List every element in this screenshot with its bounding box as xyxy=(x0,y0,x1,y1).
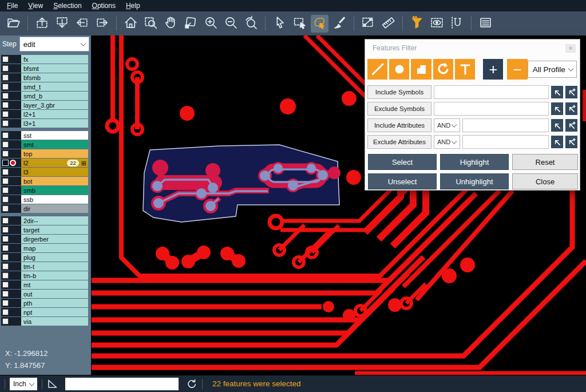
layer-row-layer_3.gbr[interactable]: layer_3.gbr xyxy=(1,101,91,109)
layer-name[interactable]: fx xyxy=(21,55,88,64)
close-button[interactable]: Close xyxy=(512,173,578,189)
menu-item-help[interactable]: Help xyxy=(121,1,146,11)
layer-visibility-checkbox[interactable] xyxy=(2,300,9,306)
grid-icon[interactable]: ⊞ xyxy=(81,160,86,167)
profile-select[interactable]: All Profile xyxy=(528,61,577,78)
layer-name[interactable]: layer_3.gbr xyxy=(21,101,88,109)
layer-name[interactable]: ssb xyxy=(21,195,88,204)
include-symbols-pick-button[interactable] xyxy=(551,86,563,98)
measure-ruler-button[interactable] xyxy=(379,15,397,33)
layer-row-pth[interactable]: pth xyxy=(1,299,91,307)
layer-visibility-checkbox[interactable] xyxy=(2,151,9,157)
layer-visibility-checkbox[interactable] xyxy=(2,141,9,148)
layer-name[interactable]: via xyxy=(21,317,88,326)
layer-name[interactable]: dir xyxy=(21,204,88,213)
layer-name[interactable]: out xyxy=(21,290,88,298)
layer-visibility-checkbox[interactable] xyxy=(2,56,9,62)
layer-row-bot[interactable]: bot xyxy=(1,177,91,185)
layer-visibility-checkbox[interactable] xyxy=(2,120,9,126)
include-symbols-button[interactable]: Include Symbols xyxy=(367,85,431,99)
layer-row-l3+1[interactable]: l3+1 xyxy=(1,119,91,128)
layer-visibility-checkbox[interactable] xyxy=(2,111,9,117)
layer-visibility-checkbox[interactable] xyxy=(2,74,9,81)
line-feature-type-button[interactable] xyxy=(367,59,387,80)
refresh-icon[interactable] xyxy=(186,378,197,390)
dialog-title-bar[interactable]: Features Filter × xyxy=(365,39,580,56)
layer-visibility-checkbox[interactable] xyxy=(2,84,9,90)
layer-row-map[interactable]: map xyxy=(1,244,91,252)
include-attributes-operator-select[interactable]: AND xyxy=(434,118,460,132)
menu-item-file[interactable]: File xyxy=(2,1,23,11)
layer-row-2dir--[interactable]: 2dir-- xyxy=(1,216,91,225)
layer-name[interactable]: smd_t xyxy=(21,82,88,91)
layer-row-l3[interactable]: l3 xyxy=(1,168,91,176)
reset-button[interactable]: Reset xyxy=(512,154,578,170)
layer-row-sst[interactable]: sst xyxy=(1,131,91,140)
exclude-attributes-operator-select[interactable]: AND xyxy=(434,135,460,149)
pad-feature-type-button[interactable] xyxy=(389,59,409,80)
pan-up-button[interactable] xyxy=(33,15,51,33)
layer-visibility-checkbox[interactable] xyxy=(2,282,9,288)
zoom-in-button[interactable] xyxy=(202,15,220,33)
layer-row-dirgerber[interactable]: dirgerber xyxy=(1,235,91,243)
include-attributes-pick-button[interactable] xyxy=(551,119,563,132)
menu-item-options[interactable]: Options xyxy=(88,1,121,11)
layer-row-fx[interactable]: fx xyxy=(1,55,91,64)
layer-name[interactable]: l3 xyxy=(21,168,88,176)
layer-name[interactable]: target xyxy=(21,225,88,234)
zoom-object-button[interactable] xyxy=(182,15,200,33)
layer-name[interactable]: sst xyxy=(21,131,88,140)
set-square-icon[interactable] xyxy=(47,378,58,390)
layer-row-l2+1[interactable]: l2+1 xyxy=(1,110,91,118)
layer-row-top[interactable]: top xyxy=(1,149,91,158)
layer-visibility-checkbox[interactable] xyxy=(2,187,9,193)
layer-row-target[interactable]: target xyxy=(1,225,91,234)
layer-name[interactable]: 2dir-- xyxy=(21,216,88,225)
menu-item-view[interactable]: View xyxy=(23,1,49,11)
pan-left-button[interactable] xyxy=(73,15,91,33)
include-attributes-input[interactable] xyxy=(462,118,549,132)
layer-row-out[interactable]: out xyxy=(1,290,91,298)
command-input[interactable] xyxy=(65,378,179,390)
layer-row-ssb[interactable]: ssb xyxy=(1,195,91,204)
layer-name[interactable]: plug xyxy=(21,253,88,262)
layer-name[interactable]: bfsmb xyxy=(21,73,88,82)
layer-visibility-checkbox[interactable] xyxy=(2,254,9,260)
include-symbols-pick-add-button[interactable] xyxy=(565,86,577,98)
pan-down-button[interactable] xyxy=(53,15,71,33)
select-rectangle-button[interactable] xyxy=(291,15,308,33)
layer-name[interactable]: smb xyxy=(21,186,88,195)
layer-name[interactable]: dirgerber xyxy=(21,235,88,243)
exclude-attributes-button[interactable]: Exclude Attributes xyxy=(367,135,431,149)
open-file-button[interactable] xyxy=(5,15,22,33)
select-button[interactable]: Select xyxy=(368,154,437,170)
select-polygon-button[interactable] xyxy=(311,15,328,33)
exclude-attributes-pick-add-button[interactable] xyxy=(565,136,577,148)
layer-name[interactable]: bfsmt xyxy=(21,64,88,73)
layer-name[interactable]: mt xyxy=(21,280,88,289)
menu-item-selection[interactable]: Selection xyxy=(49,1,87,11)
exclude-symbols-input[interactable] xyxy=(434,102,549,116)
layer-visibility-checkbox[interactable] xyxy=(2,291,9,297)
step-select[interactable]: edit xyxy=(19,37,89,52)
layer-name[interactable]: smt xyxy=(21,140,88,149)
layer-visibility-checkbox[interactable] xyxy=(2,93,9,99)
layer-visibility-checkbox[interactable] xyxy=(2,196,9,203)
units-select[interactable]: Inch xyxy=(10,378,37,390)
layer-visibility-checkbox[interactable] xyxy=(2,65,9,72)
exclude-symbols-pick-add-button[interactable] xyxy=(565,102,577,115)
include-attributes-pick-add-button[interactable] xyxy=(565,119,577,132)
include-symbols-input[interactable] xyxy=(434,85,549,99)
layer-name[interactable]: npt xyxy=(21,308,88,316)
layer-row-smb[interactable]: smb xyxy=(1,186,91,195)
layer-row-tm-t[interactable]: tm-t xyxy=(1,262,91,271)
layer-name[interactable]: map xyxy=(21,244,88,252)
exclude-attributes-input[interactable] xyxy=(462,135,549,149)
zoom-out-button[interactable] xyxy=(222,15,240,33)
layer-row-smt[interactable]: smt xyxy=(1,140,91,149)
select-cursor-button[interactable] xyxy=(271,15,288,33)
measure-distance-button[interactable] xyxy=(359,15,377,33)
remove-filter-button[interactable]: − xyxy=(507,59,527,80)
exclude-attributes-pick-button[interactable] xyxy=(551,136,563,148)
layer-visibility-checkbox[interactable] xyxy=(2,227,9,233)
